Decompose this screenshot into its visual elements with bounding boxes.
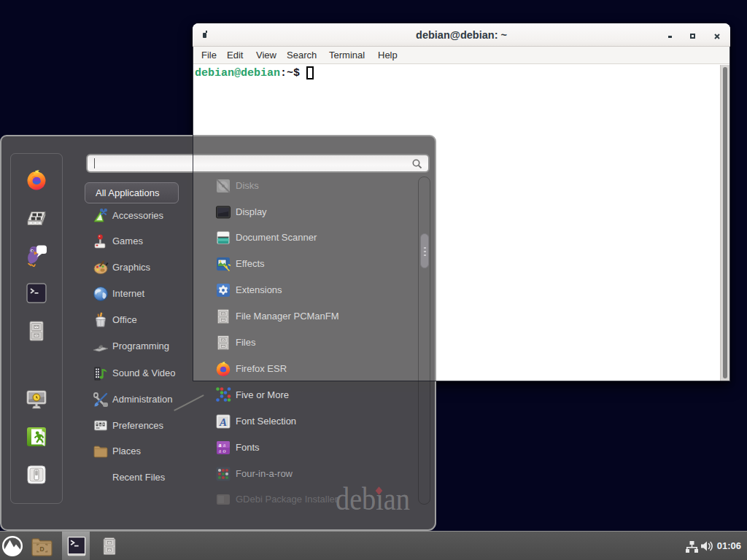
svg-text:o: o <box>223 448 226 454</box>
svg-text:D: D <box>39 545 44 553</box>
svg-text:A: A <box>219 416 227 428</box>
svg-text:a: a <box>219 448 222 454</box>
